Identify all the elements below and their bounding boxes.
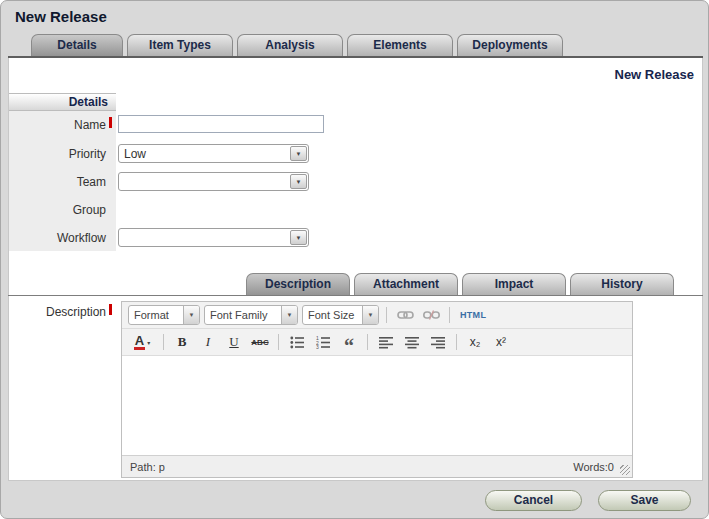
insert-link-button[interactable] — [394, 304, 416, 326]
editor-word-count: Words:0 — [573, 461, 614, 473]
tab-impact[interactable]: Impact — [462, 273, 566, 295]
align-left-button[interactable] — [375, 331, 397, 353]
format-select[interactable]: Format ▼ — [128, 305, 200, 325]
toolbar-separator — [449, 307, 450, 323]
toolbar-separator — [163, 334, 164, 350]
team-label: Team — [9, 175, 106, 189]
priority-select[interactable]: Low ▼ — [118, 144, 309, 163]
font-family-select[interactable]: Font Family ▼ — [204, 305, 298, 325]
bullet-list-button[interactable] — [286, 331, 308, 353]
dropdown-arrow-icon[interactable]: ▼ — [290, 146, 307, 161]
font-color-button[interactable]: A ▾ — [128, 331, 156, 353]
toolbar-separator — [456, 334, 457, 350]
link-icon — [397, 309, 414, 321]
dropdown-arrow-icon: ▼ — [281, 306, 297, 324]
font-color-icon: A — [134, 335, 145, 350]
align-left-icon — [379, 336, 394, 349]
tab-item-types[interactable]: Item Types — [127, 34, 233, 56]
description-label: Description — [9, 305, 106, 319]
remove-link-button[interactable] — [420, 304, 442, 326]
html-source-button[interactable]: HTML — [457, 304, 489, 326]
name-input[interactable] — [118, 115, 324, 133]
font-size-select[interactable]: Font Size ▼ — [302, 305, 379, 325]
strikethrough-button[interactable]: ABC — [249, 331, 271, 353]
resize-handle[interactable] — [620, 465, 630, 475]
description-required-marker — [109, 304, 112, 315]
details-section-header: Details — [9, 93, 116, 111]
window-title: New Release — [15, 8, 107, 25]
subscript-button[interactable]: x₂ — [464, 331, 486, 353]
editor-toolbar-top: Format ▼ Font Family ▼ Font Size ▼ — [122, 302, 632, 329]
bold-button[interactable]: B — [171, 331, 193, 353]
dropdown-arrow-icon[interactable]: ▼ — [290, 174, 307, 189]
rich-text-editor: Format ▼ Font Family ▼ Font Size ▼ — [121, 301, 633, 478]
bullet-list-icon — [290, 336, 305, 349]
blockquote-button[interactable]: “ — [338, 331, 360, 353]
editor-tab-divider — [8, 295, 703, 296]
toolbar-separator — [278, 334, 279, 350]
tab-history[interactable]: History — [570, 273, 674, 295]
align-center-icon — [405, 336, 420, 349]
align-right-icon — [431, 336, 446, 349]
save-button[interactable]: Save — [598, 490, 691, 511]
toolbar-separator — [386, 307, 387, 323]
dropdown-arrow-icon: ▼ — [183, 306, 199, 324]
name-required-marker — [109, 117, 112, 128]
svg-text:3: 3 — [316, 344, 319, 349]
new-release-window: New Release Details Item Types Analysis … — [0, 0, 709, 519]
unlink-icon — [423, 309, 440, 321]
superscript-button[interactable]: x² — [490, 331, 512, 353]
format-select-value: Format — [134, 309, 169, 321]
tab-deployments[interactable]: Deployments — [457, 34, 563, 56]
name-label: Name — [9, 118, 106, 132]
editor-status-bar: Path: p Words:0 — [122, 456, 632, 477]
align-right-button[interactable] — [427, 331, 449, 353]
align-center-button[interactable] — [401, 331, 423, 353]
editor-toolbar-bottom: A ▾ B I U ABC 1 2 3 — [122, 329, 632, 356]
tab-details[interactable]: Details — [31, 34, 123, 56]
numbered-list-icon: 1 2 3 — [316, 336, 331, 349]
tab-attachment[interactable]: Attachment — [354, 273, 458, 295]
toolbar-separator — [367, 334, 368, 350]
editor-path-label: Path: p — [130, 461, 165, 473]
page-heading: New Release — [615, 67, 695, 82]
font-size-select-value: Font Size — [308, 309, 354, 321]
underline-button[interactable]: U — [223, 331, 245, 353]
priority-label: Priority — [9, 147, 106, 161]
tab-elements[interactable]: Elements — [347, 34, 453, 56]
italic-button[interactable]: I — [197, 331, 219, 353]
tab-analysis[interactable]: Analysis — [237, 34, 343, 56]
team-select[interactable]: ▼ — [118, 172, 309, 191]
workflow-select[interactable]: ▼ — [118, 228, 309, 247]
font-family-select-value: Font Family — [210, 309, 267, 321]
numbered-list-button[interactable]: 1 2 3 — [312, 331, 334, 353]
group-label: Group — [9, 203, 106, 217]
dropdown-arrow-icon: ▼ — [362, 306, 378, 324]
dropdown-arrow-icon: ▾ — [147, 339, 150, 346]
workflow-label: Workflow — [9, 231, 106, 245]
cancel-button[interactable]: Cancel — [485, 490, 582, 511]
editor-content[interactable] — [122, 356, 632, 456]
dropdown-arrow-icon[interactable]: ▼ — [290, 230, 307, 245]
priority-select-value: Low — [124, 147, 146, 161]
tab-description[interactable]: Description — [246, 273, 350, 295]
